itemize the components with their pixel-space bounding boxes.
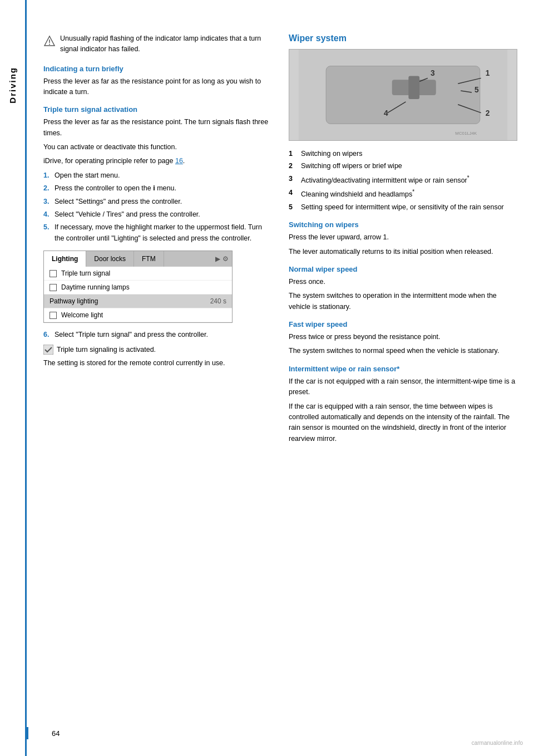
intermittent-body1: If the car is not equipped with a rain s…: [289, 376, 517, 398]
settings-icon: ⚙: [222, 255, 229, 263]
page-number: 64: [33, 729, 60, 738]
menu-item-pathway: Pathway lighting 240 s: [44, 294, 232, 308]
step-3: 3. Select "Settings" and press the contr…: [43, 197, 272, 207]
page-bar: [27, 727, 28, 739]
menu-item-welcome: Welcome light: [44, 308, 232, 322]
wiper-item-1: 1 Switching on wipers: [289, 149, 517, 159]
checkbox-welcome[interactable]: [50, 312, 57, 319]
sidebar-label: Driving: [8, 67, 17, 104]
svg-text:3: 3: [431, 68, 435, 77]
checkbox-triple[interactable]: [50, 270, 57, 277]
intermittent-heading: Intermittent wipe or rain sensor*: [289, 365, 517, 373]
confirmed-text: Triple turn signaling is activated.: [57, 346, 156, 354]
svg-text:2: 2: [486, 109, 490, 117]
normal-speed-heading: Normal wiper speed: [289, 265, 517, 273]
section-heading-turn-briefly: Indicating a turn briefly: [43, 65, 272, 73]
page-link[interactable]: 16: [175, 157, 183, 165]
steps-list: 1. Open the start menu. 2. Press the con…: [43, 170, 272, 244]
tab-ftm[interactable]: FTM: [134, 251, 164, 267]
step-1: 1. Open the start menu.: [43, 170, 272, 181]
footer-text: The setting is stored for the remote con…: [43, 358, 272, 369]
fast-speed-body1: Press twice or press beyond the resistan…: [289, 332, 517, 342]
normal-speed-body2: The system switches to operation in the …: [289, 291, 517, 312]
switching-on-heading: Switching on wipers: [289, 220, 517, 229]
triple-body1: Press the lever as far as the resistance…: [43, 117, 272, 139]
step6-list: 6. Select "Triple turn signal" and press…: [43, 330, 272, 340]
tab-door-locks[interactable]: Door locks: [86, 251, 134, 267]
sidebar: Driving: [0, 0, 27, 756]
fast-speed-body2: The system switches to normal speed when…: [289, 346, 517, 356]
svg-rect-3: [43, 345, 53, 355]
checkmark-icon: [43, 345, 53, 355]
intermittent-body2: If the car is equipped with a rain senso…: [289, 401, 517, 445]
right-column: Wiper system 1 2 3 4 5: [289, 33, 517, 723]
svg-text:MC01LJ4K: MC01LJ4K: [455, 131, 477, 136]
play-icon: ▶: [215, 255, 220, 263]
wiper-item-5: 5 Setting speed for intermittent wipe, o…: [289, 202, 517, 213]
wiper-item-3: 3 Activating/deactivating intermittent w…: [289, 174, 517, 186]
svg-rect-7: [408, 76, 419, 99]
switching-on-body2: The lever automatically returns to its i…: [289, 247, 517, 257]
normal-speed-body1: Press once.: [289, 277, 517, 287]
switching-on-body1: Press the lever upward, arrow 1.: [289, 232, 517, 243]
svg-text:4: 4: [384, 109, 388, 117]
wiper-diagram-svg: 1 2 3 4 5 MC01LJ4K: [289, 50, 517, 140]
wiper-item-2: 2 Switching off wipers or brief wipe: [289, 161, 517, 171]
notice-icon: [43, 35, 56, 47]
notice-box: Unusually rapid flashing of the indicato…: [43, 33, 272, 55]
step-6: 6. Select "Triple turn signal" and press…: [43, 330, 272, 340]
menu-item-triple: Triple turn signal: [44, 267, 232, 281]
wiper-system-heading: Wiper system: [289, 33, 517, 43]
triple-body2: You can activate or deactivate this func…: [43, 142, 272, 153]
triple-body3: iDrive, for operating principle refer to…: [43, 156, 272, 166]
svg-text:1: 1: [486, 68, 490, 77]
step-2: 2. Press the controller to open the i me…: [43, 183, 272, 194]
wiper-item-4: 4 Cleaning windshield and headlamps*: [289, 188, 517, 200]
page-container: Driving Unusually rapid flashing of the …: [0, 0, 534, 756]
menu-item-daytime: Daytime running lamps: [44, 281, 232, 294]
left-column: Unusually rapid flashing of the indicato…: [43, 33, 272, 723]
svg-text:5: 5: [474, 85, 479, 94]
section-heading-triple: Triple turn signal activation: [43, 105, 272, 114]
turn-briefly-body: Press the lever as far as the resistance…: [43, 76, 272, 98]
tab-lighting[interactable]: Lighting: [44, 251, 86, 267]
step-4: 4. Select "Vehicle / Tires" and press th…: [43, 209, 272, 220]
fast-speed-heading: Fast wiper speed: [289, 320, 517, 328]
step-5: 5. If necessary, move the highlight mark…: [43, 222, 272, 244]
watermark: carmanualonline.info: [472, 740, 523, 746]
menu-screenshot: Lighting Door locks FTM ▶ ⚙ Triple t: [43, 251, 233, 323]
svg-point-2: [49, 44, 50, 45]
notice-text: Unusually rapid flashing of the indicato…: [60, 33, 272, 55]
page-number-area: 64: [27, 727, 60, 739]
wiper-items-list: 1 Switching on wipers 2 Switching off wi…: [289, 149, 517, 213]
main-content: Unusually rapid flashing of the indicato…: [27, 0, 534, 756]
menu-tabs: Lighting Door locks FTM ▶ ⚙: [44, 251, 232, 267]
menu-tab-icons: ▶ ⚙: [215, 251, 232, 267]
checkbox-daytime[interactable]: [50, 284, 57, 291]
wiper-image: 1 2 3 4 5 MC01LJ4K: [289, 49, 517, 141]
confirmed-box: Triple turn signaling is activated.: [43, 345, 272, 355]
